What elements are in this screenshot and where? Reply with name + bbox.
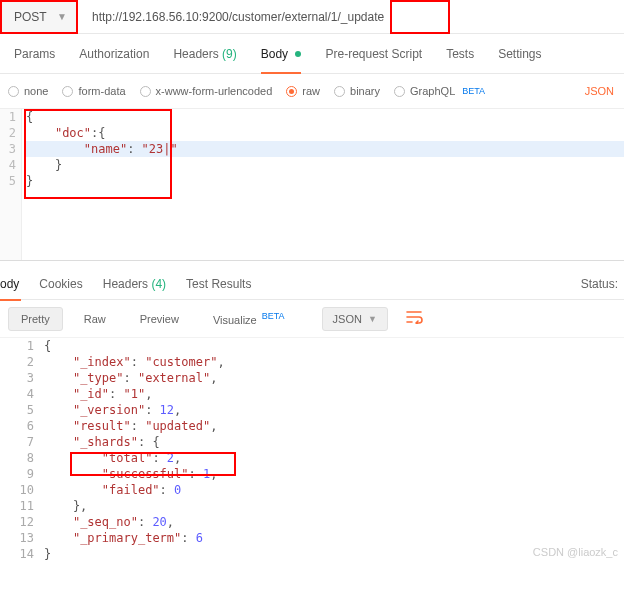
resp-tab-headers[interactable]: Headers (4) <box>103 277 166 291</box>
body-type-none[interactable]: none <box>8 85 48 97</box>
response-toolbar: Pretty Raw Preview Visualize BETA JSON ▼ <box>0 300 624 338</box>
resp-tab-headers-label: Headers <box>103 277 148 291</box>
body-type-formdata[interactable]: form-data <box>62 85 125 97</box>
body-dirty-indicator-icon <box>295 51 301 57</box>
resp-tab-test-results[interactable]: Test Results <box>186 277 251 291</box>
http-method-select[interactable]: POST ▼ <box>0 0 78 34</box>
tab-headers[interactable]: Headers (9) <box>173 47 236 61</box>
radio-icon <box>62 86 73 97</box>
tab-pre-request-script[interactable]: Pre-request Script <box>325 47 422 61</box>
body-type-raw[interactable]: raw <box>286 85 320 97</box>
view-visualize[interactable]: Visualize BETA <box>200 305 298 332</box>
tab-settings[interactable]: Settings <box>498 47 541 61</box>
url-input[interactable] <box>78 10 624 24</box>
body-type-raw-label: raw <box>302 85 320 97</box>
request-tabs: Params Authorization Headers (9) Body Pr… <box>0 34 624 74</box>
body-type-xwww-label: x-www-form-urlencoded <box>156 85 273 97</box>
line-gutter: 12345 <box>0 109 22 260</box>
response-language-label: JSON <box>333 313 362 325</box>
chevron-down-icon: ▼ <box>368 314 377 324</box>
tab-tests[interactable]: Tests <box>446 47 474 61</box>
view-preview[interactable]: Preview <box>127 307 192 331</box>
watermark: CSDN @liaozk_c <box>533 546 618 558</box>
body-type-binary-label: binary <box>350 85 380 97</box>
body-type-selector: none form-data x-www-form-urlencoded raw… <box>0 74 624 108</box>
radio-icon <box>394 86 405 97</box>
beta-badge: BETA <box>462 86 485 96</box>
beta-badge: BETA <box>262 311 285 321</box>
tab-body-label: Body <box>261 47 288 61</box>
resp-headers-count: (4) <box>151 277 166 291</box>
response-tabs: ody Cookies Headers (4) Test Results Sta… <box>0 268 624 300</box>
code-body: { "_index": "customer", "_type": "extern… <box>44 338 624 562</box>
tab-params[interactable]: Params <box>14 47 55 61</box>
request-body-editor[interactable]: 12345 { "doc":{ "name": "23|" }} <box>0 108 624 260</box>
radio-icon <box>140 86 151 97</box>
wrap-lines-icon[interactable] <box>406 310 424 328</box>
resp-tab-cookies[interactable]: Cookies <box>39 277 82 291</box>
body-type-xwww[interactable]: x-www-form-urlencoded <box>140 85 273 97</box>
body-type-none-label: none <box>24 85 48 97</box>
view-raw[interactable]: Raw <box>71 307 119 331</box>
response-body-editor[interactable]: 1234567891011121314 { "_index": "custome… <box>0 338 624 562</box>
tab-body[interactable]: Body <box>261 47 302 61</box>
body-type-graphql-label: GraphQL <box>410 85 455 97</box>
tab-authorization[interactable]: Authorization <box>79 47 149 61</box>
response-language-select[interactable]: JSON ▼ <box>322 307 388 331</box>
body-type-graphql[interactable]: GraphQL BETA <box>394 85 485 97</box>
http-method-label: POST <box>14 10 47 24</box>
response-status: Status: <box>581 277 618 291</box>
resp-tab-body[interactable]: ody <box>0 277 19 291</box>
line-gutter: 1234567891011121314 <box>0 338 44 562</box>
splitter[interactable] <box>0 260 624 268</box>
body-language-select[interactable]: JSON <box>585 85 614 97</box>
body-type-binary[interactable]: binary <box>334 85 380 97</box>
radio-icon <box>334 86 345 97</box>
radio-icon <box>286 86 297 97</box>
request-url-bar: POST ▼ <box>0 0 624 34</box>
code-body[interactable]: { "doc":{ "name": "23|" }} <box>22 109 624 260</box>
body-type-formdata-label: form-data <box>78 85 125 97</box>
tab-headers-label: Headers <box>173 47 218 61</box>
radio-icon <box>8 86 19 97</box>
view-pretty[interactable]: Pretty <box>8 307 63 331</box>
headers-count: (9) <box>222 47 237 61</box>
chevron-down-icon: ▼ <box>57 11 67 22</box>
view-visualize-label: Visualize <box>213 314 257 326</box>
